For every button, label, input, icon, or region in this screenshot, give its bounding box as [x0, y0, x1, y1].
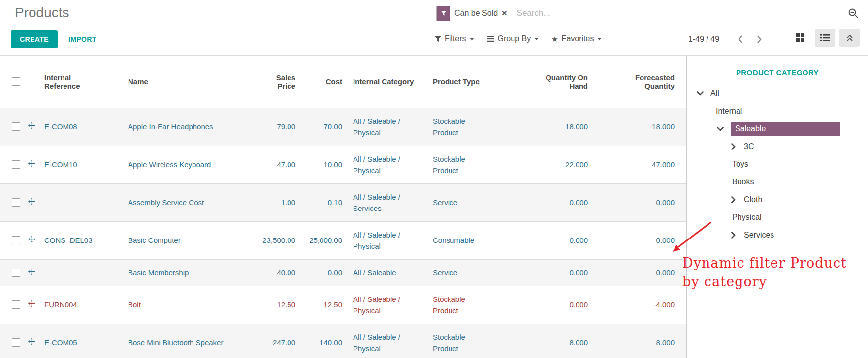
table-row[interactable]: E-COM08 Apple In-Ear Headphones 79.00 70… — [0, 108, 686, 146]
column-product-type[interactable]: Product Type — [425, 56, 489, 108]
category-item-cloth[interactable]: Cloth — [687, 191, 868, 209]
search-input[interactable] — [517, 4, 848, 23]
column-internal-reference[interactable]: Internal Reference — [44, 56, 128, 108]
drag-handle-icon[interactable] — [28, 268, 35, 275]
kanban-view-button[interactable] — [790, 29, 810, 47]
drag-handle-icon[interactable] — [28, 236, 35, 243]
category-item-physical[interactable]: Physical — [687, 209, 868, 226]
group-by-label: Group By — [498, 34, 531, 43]
favorites-dropdown[interactable]: ★ Favorites — [551, 34, 602, 43]
table-row[interactable]: FURN004 Bolt 12.50 12.50 All / Saleable … — [0, 286, 686, 324]
facet-remove-icon[interactable]: × — [502, 9, 507, 18]
category-item-internal[interactable]: Internal — [687, 102, 868, 120]
column-sales-price[interactable]: Sales Price — [250, 56, 299, 108]
table-row[interactable]: CONS_DEL03 Basic Computer 23,500.00 25,0… — [0, 221, 686, 259]
column-cost[interactable]: Cost — [299, 56, 346, 108]
pager-next-button[interactable] — [755, 33, 764, 45]
chevron-right-icon[interactable] — [729, 196, 738, 204]
table-row[interactable]: Assembly Service Cost 1.00 0.10 All / Sa… — [0, 183, 686, 221]
cell-product-type: Service — [425, 183, 489, 221]
page-title: Products — [15, 5, 69, 21]
table-row[interactable]: E-COM05 Bose Mini Bluetooth Speaker 247.… — [0, 324, 686, 358]
cell-internal-reference: E-COM10 — [44, 146, 128, 183]
cell-quantity-on-hand: 0.000 — [489, 286, 592, 324]
cell-internal-category: All / Saleable / Physical — [346, 324, 425, 358]
caret-down-icon[interactable] — [696, 90, 704, 98]
row-checkbox[interactable] — [12, 122, 20, 131]
cell-sales-price: 40.00 — [250, 259, 299, 286]
category-item-books[interactable]: Books — [687, 173, 868, 191]
category-item-toys[interactable]: Toys — [687, 155, 868, 173]
cell-product-type: Stockable Product — [425, 324, 489, 358]
cell-internal-reference: CONS_DEL03 — [44, 221, 128, 259]
cell-name: Apple Wireless Keyboard — [128, 146, 250, 183]
cell-forecasted-quantity: 18.000 — [592, 108, 675, 146]
cell-sales-price: 79.00 — [250, 108, 299, 146]
cell-sales-price: 247.00 — [250, 324, 299, 358]
cell-quantity-on-hand: 0.000 — [489, 221, 592, 259]
cell-product-type: Stockable Product — [425, 108, 489, 146]
chevron-right-icon[interactable] — [729, 143, 738, 151]
cell-cost: 70.00 — [299, 108, 346, 146]
row-checkbox[interactable] — [12, 300, 20, 309]
collapse-panel-button[interactable] — [839, 29, 860, 47]
category-item-saleable[interactable]: Saleable — [687, 120, 868, 138]
filters-dropdown[interactable]: Filters — [435, 34, 474, 43]
column-internal-category[interactable]: Internal Category — [346, 56, 425, 108]
drag-handle-icon[interactable] — [28, 198, 35, 205]
search-bar[interactable]: Can be Sold × — [436, 4, 860, 23]
cell-internal-category: All / Saleable / Physical — [346, 146, 425, 183]
products-list: Internal Reference Name Sales Price Cost… — [0, 56, 686, 358]
cell-cost: 25,000.00 — [299, 221, 346, 259]
cell-quantity-on-hand: 0.000 — [489, 183, 592, 221]
row-checkbox[interactable] — [12, 160, 20, 169]
import-button[interactable]: IMPORT — [68, 35, 96, 43]
column-forecasted-quantity[interactable]: Forecasted Quantity — [592, 56, 675, 108]
row-checkbox[interactable] — [12, 268, 20, 277]
drag-handle-icon[interactable] — [28, 160, 35, 167]
cell-forecasted-quantity: -4.000 — [592, 286, 675, 324]
caret-down-icon[interactable] — [716, 125, 724, 133]
group-by-dropdown[interactable]: Group By — [487, 34, 539, 43]
cell-internal-category: All / Saleable — [346, 259, 425, 286]
cell-product-type: Stockable Product — [425, 146, 489, 183]
cell-internal-reference: FURN004 — [44, 286, 128, 324]
row-checkbox[interactable] — [12, 338, 20, 347]
search-facet[interactable]: Can be Sold × — [436, 6, 512, 21]
column-quantity-on-hand[interactable]: Quantity On Hand — [489, 56, 592, 108]
list-view-icon — [820, 34, 830, 42]
category-item-all[interactable]: All — [687, 85, 868, 102]
cell-forecasted-quantity: 0.000 — [592, 259, 675, 286]
cell-sales-price: 47.00 — [250, 146, 299, 183]
list-view-button[interactable] — [815, 29, 835, 47]
cell-forecasted-quantity: 47.000 — [592, 146, 675, 183]
category-item-services[interactable]: Services — [687, 226, 868, 244]
cell-name: Apple In-Ear Headphones — [128, 108, 250, 146]
cell-internal-reference — [44, 183, 128, 221]
column-name[interactable]: Name — [128, 56, 250, 108]
create-button[interactable]: CREATE — [11, 30, 58, 48]
drag-handle-icon[interactable] — [28, 300, 35, 307]
drag-handle-icon[interactable] — [28, 122, 35, 129]
cell-quantity-on-hand: 18.000 — [489, 108, 592, 146]
filter-icon — [437, 6, 450, 21]
table-row[interactable]: Basic Membership 40.00 0.00 All / Saleab… — [0, 259, 686, 286]
cell-name: Basic Membership — [128, 259, 250, 286]
cell-quantity-on-hand: 8.000 — [489, 324, 592, 358]
cell-internal-reference: E-COM05 — [44, 324, 128, 358]
chevron-right-icon — [756, 34, 763, 44]
chevron-left-icon — [737, 34, 744, 44]
pager-previous-button[interactable] — [736, 33, 745, 45]
filters-label: Filters — [445, 34, 466, 43]
search-icon[interactable] — [848, 8, 859, 19]
cell-product-type: Stockable Product — [425, 286, 489, 324]
chevron-right-icon[interactable] — [729, 231, 738, 239]
row-checkbox[interactable] — [12, 236, 20, 244]
row-checkbox[interactable] — [12, 198, 20, 207]
list-lines-icon — [487, 36, 494, 42]
cell-forecasted-quantity: 8.000 — [592, 324, 675, 358]
category-item-3c[interactable]: 3C — [687, 138, 868, 155]
drag-handle-icon[interactable] — [28, 338, 35, 345]
table-row[interactable]: E-COM10 Apple Wireless Keyboard 47.00 10… — [0, 146, 686, 183]
select-all-checkbox[interactable] — [12, 77, 20, 86]
